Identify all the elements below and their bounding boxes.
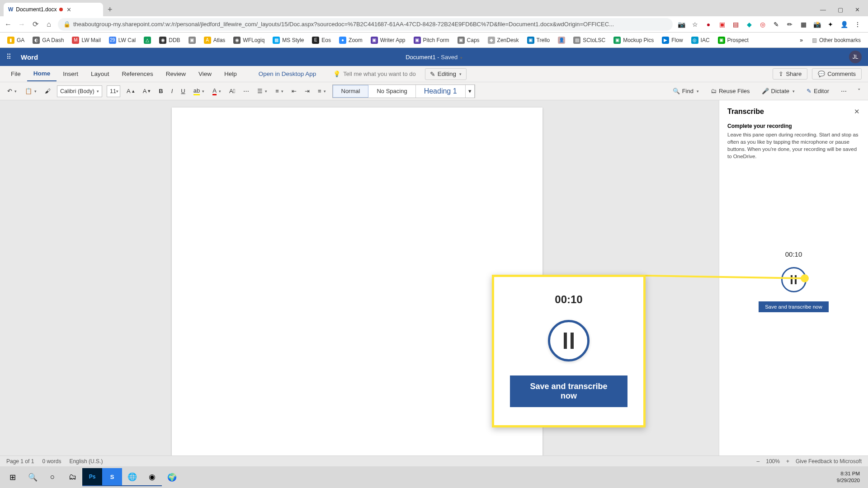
bookmark-gadash[interactable]: ◐GA Dash (29, 35, 67, 46)
undo-button[interactable]: ↶▾ (5, 86, 19, 96)
bullets-button[interactable]: ☰▾ (255, 86, 269, 96)
camera-icon[interactable]: 📷 (677, 20, 685, 28)
pinterest-icon[interactable]: ● (704, 20, 712, 28)
tab-review[interactable]: Review (160, 67, 192, 81)
style-normal[interactable]: Normal (333, 85, 369, 98)
bookmarks-overflow-icon[interactable]: » (800, 37, 803, 43)
bold-button[interactable]: B (157, 86, 165, 96)
target-icon[interactable]: ◎ (759, 20, 767, 28)
bookmark-notes[interactable]: ▣ (185, 35, 199, 46)
find-button[interactable]: 🔍Find▾ (670, 86, 702, 96)
shrink-font-button[interactable]: A▾ (141, 86, 153, 96)
comments-button[interactable]: 💬Comments (812, 68, 862, 80)
numbering-button[interactable]: ≡▾ (274, 86, 285, 96)
bookmark-drive[interactable]: △ (140, 35, 155, 46)
bookmark-msstyle[interactable]: ▦MS Style (269, 35, 307, 46)
tab-file[interactable]: File (5, 67, 27, 81)
bookmark-wflogiq[interactable]: ◉WFLogiq (230, 35, 268, 46)
font-size-dropdown[interactable]: 11▾ (107, 85, 120, 97)
forward-button[interactable]: → (17, 20, 26, 29)
underline-button[interactable]: U (179, 86, 187, 96)
other-bookmarks[interactable]: ▥Other bookmarks (808, 35, 864, 45)
pdf-icon[interactable]: ▤ (731, 20, 740, 28)
page-count[interactable]: Page 1 of 1 (6, 458, 34, 465)
italic-button[interactable]: I (170, 86, 175, 96)
styles-gallery[interactable]: Normal No Spacing Heading 1 ▾ (332, 84, 475, 98)
bookmark-eos[interactable]: EEos (308, 35, 335, 46)
document-page[interactable] (172, 108, 542, 477)
tab-close-button[interactable]: ✕ (66, 6, 72, 13)
pause-recording-button[interactable] (781, 267, 807, 292)
bookmark-sctolsc[interactable]: ▤SCtoLSC (570, 35, 609, 46)
back-button[interactable]: ← (4, 20, 13, 29)
zoom-in-button[interactable]: + (786, 458, 789, 465)
chrome-button[interactable]: ◉ (142, 468, 162, 486)
search-button[interactable]: 🔍 (23, 468, 42, 486)
font-color-button[interactable]: A▾ (211, 86, 223, 97)
bookmark-ga[interactable]: ▮GA (4, 35, 28, 46)
reuse-files-button[interactable]: 🗂Reuse Files (708, 86, 753, 96)
grow-font-button[interactable]: A▴ (125, 86, 137, 96)
edge-button[interactable]: 🌐 (122, 468, 142, 486)
browser-tab[interactable]: W Document1.docx ✕ (4, 3, 103, 16)
tab-references[interactable]: References (116, 67, 160, 81)
cortana-button[interactable]: ○ (42, 468, 62, 486)
cam-icon[interactable]: 📸 (813, 20, 821, 28)
bookmark-mockuppics[interactable]: ▣Mockup Pics (610, 35, 657, 46)
align-button[interactable]: ≡▾ (316, 86, 328, 96)
bookmark-pitchform[interactable]: ▣Pitch Form (410, 35, 453, 46)
bookmark-lwmail[interactable]: MLW Mail (68, 35, 104, 46)
reload-button[interactable]: ⟳ (31, 20, 40, 29)
font-name-dropdown[interactable]: Calibri (Body)▾ (57, 85, 102, 97)
new-tab-button[interactable]: + (108, 3, 113, 16)
explorer-button[interactable]: 🗂 (62, 468, 82, 486)
highlight-icon[interactable]: ✏ (786, 20, 794, 28)
style-nospacing[interactable]: No Spacing (368, 85, 415, 98)
close-window-button[interactable]: ✕ (855, 6, 860, 13)
globe-button[interactable]: 🌍 (162, 468, 182, 486)
bookmark-lwcal[interactable]: 29LW Cal (105, 35, 139, 46)
zoom-out-button[interactable]: – (757, 458, 760, 465)
editor-button[interactable]: ✎Editor (804, 86, 832, 96)
styles-expand-icon[interactable]: ▾ (466, 85, 475, 98)
puzzle-icon[interactable]: ✦ (826, 20, 835, 28)
minimize-button[interactable]: — (820, 6, 826, 13)
bookmark-zoom[interactable]: ●Zoom (335, 35, 366, 46)
language-status[interactable]: English (U.S.) (69, 458, 103, 465)
tell-me-search[interactable]: 💡 Tell me what you want to do (333, 70, 415, 77)
file-icon[interactable]: ▦ (799, 20, 807, 28)
increase-indent-button[interactable]: ⇥ (303, 86, 311, 96)
user-avatar[interactable]: JL (849, 51, 862, 63)
save-transcribe-button[interactable]: Save and transcribe now (759, 301, 829, 312)
bookmark-iac[interactable]: ◎IAC (688, 35, 713, 46)
profile-icon[interactable]: 👤 (840, 20, 848, 28)
decrease-indent-button[interactable]: ⇤ (290, 86, 298, 96)
tab-help[interactable]: Help (218, 67, 243, 81)
tab-view[interactable]: View (192, 67, 218, 81)
snagit-button[interactable]: S (102, 468, 122, 486)
kebab-menu-icon[interactable]: ⋮ (854, 20, 862, 28)
share-button[interactable]: ⇪Share (773, 68, 807, 80)
bookmark-writerapp[interactable]: ▣Writer App (367, 35, 409, 46)
bookmark-caps[interactable]: ▣Caps (454, 35, 483, 46)
bookmark-flow[interactable]: ▶Flow (658, 35, 686, 46)
tab-layout[interactable]: Layout (85, 67, 116, 81)
start-button[interactable]: ⊞ (3, 468, 23, 486)
app-launcher-icon[interactable]: ⠿ (0, 53, 18, 61)
callout-pause-button[interactable] (548, 320, 590, 361)
pencil-icon[interactable]: ✎ (772, 20, 780, 28)
open-in-desktop-button[interactable]: Open in Desktop App (252, 67, 323, 81)
feedback-link[interactable]: Give Feedback to Microsoft (796, 458, 862, 465)
maximize-button[interactable]: ▢ (838, 6, 843, 13)
system-tray[interactable]: 8:31 PM 9/29/2020 (837, 470, 865, 484)
dictate-button[interactable]: 🎤Dictate▾ (759, 86, 797, 96)
more-font-button[interactable]: ⋯ (241, 86, 251, 96)
bookmark-zendesk[interactable]: ◆ZenDesk (484, 35, 523, 46)
bookmark-person[interactable]: 👤 (554, 35, 569, 46)
ext-icon[interactable]: ◆ (745, 20, 753, 28)
bookmark-trello[interactable]: ▣Trello (524, 35, 554, 46)
callout-save-transcribe-button[interactable]: Save and transcribe now (510, 375, 627, 407)
photoshop-button[interactable]: Ps (82, 468, 102, 486)
paste-button[interactable]: 📋▾ (23, 86, 38, 96)
highlight-color-button[interactable]: ab▾ (192, 86, 206, 97)
